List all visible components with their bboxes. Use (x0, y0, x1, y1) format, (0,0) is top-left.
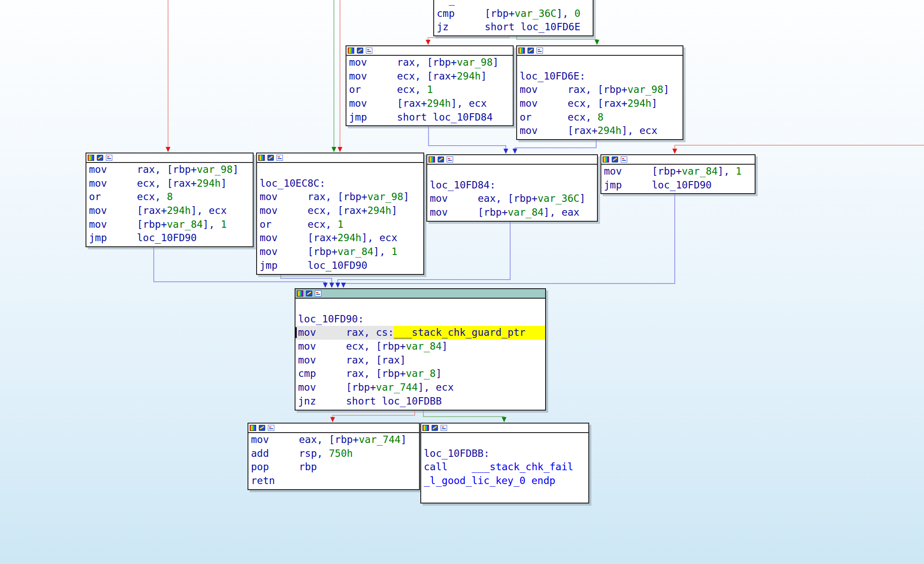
basic-block-or8-set1[interactable]: movrax, [rbp+var_98]movecx, [rax+294h]or… (86, 153, 254, 247)
node-group-icon[interactable] (537, 48, 543, 54)
asm-line[interactable]: loc_10FD84: (427, 178, 597, 192)
asm-line[interactable]: cmp[rbp+var_36C], 0 (434, 7, 593, 21)
node-title-bar[interactable] (427, 155, 597, 165)
asm-line[interactable] (421, 488, 588, 502)
node-edit-icon[interactable] (259, 425, 265, 431)
node-group-icon[interactable] (106, 155, 112, 161)
node-palette-icon[interactable] (603, 156, 609, 163)
asm-line[interactable]: mov[rbp+var_84], 1 (86, 218, 253, 232)
asm-line[interactable]: jmploc_10FD90 (601, 178, 755, 192)
node-palette-icon[interactable] (88, 155, 94, 161)
asm-line[interactable]: retn (248, 474, 419, 488)
asm-line[interactable]: loc_10FDBB: (421, 447, 588, 461)
asm-line[interactable]: orecx, 8 (517, 111, 683, 124)
asm-line[interactable]: jmploc_10FD90 (257, 259, 423, 273)
node-edit-icon[interactable] (438, 156, 444, 163)
basic-block-top-cmp[interactable]: _cmp[rbp+var_36C], 0jzshort loc_10FD6E (433, 0, 594, 36)
node-title-bar[interactable] (421, 424, 588, 433)
node-edit-icon[interactable] (97, 155, 103, 161)
asm-line-current[interactable]: movrax, cs:___stack_chk_guard_ptr (295, 326, 545, 340)
asm-line[interactable]: mov[rax+294h], ecx (257, 231, 423, 245)
asm-line[interactable]: jmploc_10FD90 (86, 231, 253, 245)
asm-line[interactable] (427, 165, 597, 178)
basic-block-or1-jmp-fd84[interactable]: movrax, [rbp+var_98]movecx, [rax+294h]or… (346, 45, 514, 126)
node-group-icon[interactable] (621, 156, 627, 163)
asm-line[interactable]: call___stack_chk_fail (421, 460, 588, 474)
asm-line[interactable]: jzshort loc_10FD6E (434, 20, 593, 34)
node-title-bar[interactable] (295, 289, 545, 299)
basic-block-loc-10EC8C[interactable]: loc_10EC8C:movrax, [rbp+var_98]movecx, [… (256, 153, 424, 275)
node-edit-icon[interactable] (612, 156, 618, 163)
basic-block-loc-10FD84[interactable]: loc_10FD84:moveax, [rbp+var_36C]mov[rbp+… (426, 154, 598, 222)
asm-line[interactable]: mov[rbp+var_84], 1 (257, 245, 423, 259)
node-edit-icon[interactable] (306, 290, 312, 296)
node-group-icon[interactable] (447, 156, 453, 163)
asm-line[interactable]: moveax, [rbp+var_744] (248, 433, 419, 447)
asm-line[interactable]: movecx, [rax+294h] (257, 204, 423, 218)
asm-line[interactable]: movecx, [rax+294h] (346, 70, 513, 83)
asm-line[interactable]: loc_10FD6E: (517, 70, 683, 83)
basic-block-loc-10FD6E[interactable]: loc_10FD6E:movrax, [rbp+var_98]movecx, [… (516, 45, 683, 140)
asm-line[interactable]: mov[rax+294h], ecx (346, 97, 513, 111)
asm-mnemonic: pop (251, 460, 299, 474)
node-edit-icon[interactable] (432, 425, 438, 431)
basic-block-loc-10FD90[interactable]: loc_10FD90:movrax, cs:___stack_chk_guard… (295, 288, 546, 411)
asm-line[interactable]: movecx, [rax+294h] (517, 97, 683, 111)
node-title-bar[interactable] (86, 153, 253, 163)
node-palette-icon[interactable] (429, 156, 435, 163)
basic-block-set1-jmp-fd90[interactable]: mov[rbp+var_84], 1jmploc_10FD90 (600, 154, 756, 194)
asm-line[interactable]: jmpshort loc_10FD84 (346, 111, 513, 124)
node-palette-icon[interactable] (422, 425, 429, 431)
asm-line[interactable]: movrax, [rbp+var_98] (517, 83, 683, 97)
node-palette-icon[interactable] (348, 48, 354, 54)
asm-line[interactable]: loc_10FD90: (295, 312, 545, 326)
asm-line[interactable] (517, 56, 683, 70)
asm-operand: var_98 (367, 191, 403, 202)
node-group-icon[interactable] (315, 290, 321, 296)
asm-line[interactable]: movrax, [rbp+var_98] (346, 56, 513, 70)
asm-line[interactable]: loc_10EC8C: (257, 177, 423, 191)
basic-block-epilogue-retn[interactable]: moveax, [rbp+var_744]addrsp, 750hpoprbpr… (248, 423, 420, 490)
asm-line[interactable]: _ (434, 0, 593, 7)
asm-line[interactable]: mov[rbp+var_84], eax (427, 206, 597, 220)
asm-line[interactable]: mov[rbp+var_84], 1 (601, 165, 755, 178)
node-palette-icon[interactable] (297, 290, 303, 296)
asm-line[interactable]: movecx, [rbp+var_84] (295, 340, 545, 354)
asm-line[interactable]: mov[rax+294h], ecx (517, 124, 683, 138)
basic-block-loc-10FDBB[interactable]: loc_10FDBB:call___stack_chk_fail_l_good_… (420, 423, 589, 503)
node-group-icon[interactable] (276, 155, 283, 161)
asm-line[interactable]: movrax, [rbp+var_98] (257, 190, 423, 204)
asm-line[interactable] (421, 433, 588, 447)
asm-line[interactable]: poprbp (248, 460, 419, 474)
node-group-icon[interactable] (366, 48, 372, 54)
asm-line[interactable] (257, 163, 423, 177)
node-title-bar[interactable] (257, 153, 423, 163)
asm-line[interactable]: orecx, 8 (86, 190, 253, 204)
node-palette-icon[interactable] (258, 155, 265, 161)
node-palette-icon[interactable] (250, 425, 256, 431)
asm-line[interactable]: movecx, [rax+294h] (86, 177, 253, 191)
asm-line[interactable]: moveax, [rbp+var_36C] (427, 192, 597, 206)
asm-line[interactable] (295, 299, 545, 312)
node-title-bar[interactable] (517, 46, 683, 56)
asm-line[interactable]: movrax, [rbp+var_98] (86, 163, 253, 177)
asm-line[interactable]: mov[rax+294h], ecx (86, 204, 253, 218)
node-title-bar[interactable] (601, 155, 755, 165)
asm-line[interactable]: mov[rbp+var_744], ecx (295, 381, 545, 395)
asm-line[interactable]: orecx, 1 (346, 83, 513, 97)
node-title-bar[interactable] (248, 424, 419, 433)
asm-line[interactable]: orecx, 1 (257, 218, 423, 232)
asm-line[interactable]: _l_good_lic_key_0 endp (421, 474, 588, 488)
node-group-icon[interactable] (441, 425, 447, 431)
node-palette-icon[interactable] (518, 48, 525, 54)
asm-line[interactable]: cmprax, [rbp+var_8] (295, 367, 545, 381)
node-edit-icon[interactable] (267, 155, 274, 161)
node-title-bar[interactable] (346, 46, 513, 56)
asm-line[interactable]: jnzshort loc_10FDBB (295, 395, 545, 408)
node-edit-icon[interactable] (527, 48, 534, 54)
node-group-icon[interactable] (268, 425, 274, 431)
asm-line[interactable]: movrax, [rax] (295, 354, 545, 367)
asm-mnemonic: mov (520, 97, 568, 111)
node-edit-icon[interactable] (357, 48, 363, 54)
asm-line[interactable]: addrsp, 750h (248, 447, 419, 461)
